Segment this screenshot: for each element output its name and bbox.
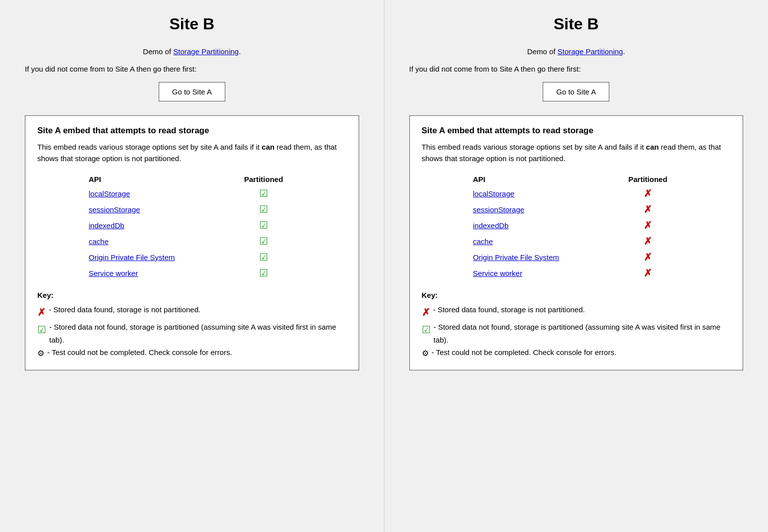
table-row: indexedDb ☑ [84, 217, 300, 233]
api-column-header: API [468, 173, 611, 185]
api-cell: Service worker [468, 265, 611, 281]
api-link-service-worker[interactable]: Service worker [473, 269, 522, 277]
embed-description: This embed reads various storage options… [37, 142, 347, 164]
key-warning-icon: ⚙ [422, 347, 429, 360]
key-list: ✗ - Stored data found, storage is not pa… [422, 303, 731, 360]
api-link-indexeddb[interactable]: indexedDb [473, 221, 509, 230]
storage-table: API Partitioned localStorage ☑ sessionSt… [84, 173, 300, 281]
key-cross-icon: ✗ [37, 304, 46, 321]
status-cell: ✗ [611, 217, 684, 233]
emphasis-can: can [646, 143, 659, 151]
api-cell: sessionStorage [84, 201, 227, 217]
status-cell: ✗ [611, 265, 684, 281]
panel-title: Site B [25, 15, 359, 33]
partitioned-column-header: Partitioned [611, 173, 684, 185]
status-cell: ☑ [227, 185, 300, 201]
cross-icon: ✗ [644, 204, 652, 215]
key-item-text: - Stored data found, storage is not part… [433, 303, 731, 316]
emphasis-can: can [262, 143, 275, 151]
key-item: ☑ - Stored data not found, storage is pa… [422, 321, 731, 346]
table-row: Origin Private File System ✗ [468, 249, 684, 265]
demo-text: Demo of [527, 47, 558, 56]
api-cell: Origin Private File System [468, 249, 611, 265]
api-link-localstorage[interactable]: localStorage [473, 189, 514, 198]
status-cell: ☑ [227, 201, 300, 217]
status-cell: ✗ [611, 233, 684, 249]
demo-line: Demo of Storage Partitioning. [25, 47, 359, 56]
api-column-header: API [84, 173, 227, 185]
storage-partitioning-link[interactable]: Storage Partitioning [173, 47, 239, 56]
api-link-service-worker[interactable]: Service worker [89, 269, 138, 277]
table-row: sessionStorage ✗ [468, 201, 684, 217]
cross-icon: ✗ [644, 220, 652, 231]
key-check-icon: ☑ [37, 321, 46, 338]
api-cell: indexedDb [84, 217, 227, 233]
key-title: Key: [37, 291, 347, 299]
embed-title: Site A embed that attempts to read stora… [422, 126, 731, 136]
key-item: ☑ - Stored data not found, storage is pa… [37, 321, 347, 346]
api-cell: cache [468, 233, 611, 249]
status-cell: ☑ [227, 265, 300, 281]
demo-text: Demo of [143, 47, 173, 56]
api-link-localstorage[interactable]: localStorage [89, 189, 130, 198]
key-item: ⚙ - Test could not be completed. Check c… [37, 346, 347, 360]
key-section: Key: ✗ - Stored data found, storage is n… [422, 291, 731, 360]
table-row: localStorage ✗ [468, 185, 684, 201]
check-icon: ☑ [259, 188, 268, 199]
cross-icon: ✗ [644, 188, 652, 199]
goto-site-a-button[interactable]: Go to Site A [159, 82, 225, 101]
key-item-text: - Stored data not found, storage is part… [49, 321, 347, 346]
api-cell: indexedDb [468, 217, 611, 233]
table-row: Origin Private File System ☑ [84, 249, 300, 265]
api-link-sessionstorage[interactable]: sessionStorage [473, 205, 524, 214]
key-section: Key: ✗ - Stored data found, storage is n… [37, 291, 347, 360]
panel-left: Site B Demo of Storage Partitioning. If … [0, 0, 384, 532]
cross-icon: ✗ [644, 236, 652, 247]
embed-title: Site A embed that attempts to read stora… [37, 126, 347, 136]
api-cell: localStorage [84, 185, 227, 201]
api-cell: cache [84, 233, 227, 249]
partitioned-column-header: Partitioned [227, 173, 300, 185]
table-row: cache ☑ [84, 233, 300, 249]
api-link-origin-private-file-system[interactable]: Origin Private File System [473, 253, 559, 262]
demo-period: . [239, 47, 241, 56]
embed-box: Site A embed that attempts to read stora… [25, 115, 359, 370]
table-row: sessionStorage ☑ [84, 201, 300, 217]
table-row: cache ✗ [468, 233, 684, 249]
key-title: Key: [422, 291, 731, 299]
status-cell: ☑ [227, 249, 300, 265]
api-link-cache[interactable]: cache [473, 237, 493, 246]
key-item-text: - Test could not be completed. Check con… [47, 346, 347, 359]
api-link-sessionstorage[interactable]: sessionStorage [89, 205, 140, 214]
table-header-row: API Partitioned [84, 173, 300, 185]
key-list: ✗ - Stored data found, storage is not pa… [37, 303, 347, 360]
storage-partitioning-link[interactable]: Storage Partitioning [558, 47, 623, 56]
table-row: Service worker ☑ [84, 265, 300, 281]
status-cell: ✗ [611, 249, 684, 265]
table-row: localStorage ☑ [84, 185, 300, 201]
key-item-text: - Test could not be completed. Check con… [432, 346, 731, 359]
api-link-cache[interactable]: cache [89, 237, 108, 246]
goto-btn-wrapper: Go to Site A [25, 82, 359, 101]
goto-site-a-button[interactable]: Go to Site A [543, 82, 609, 101]
api-link-origin-private-file-system[interactable]: Origin Private File System [89, 253, 175, 262]
api-link-indexeddb[interactable]: indexedDb [89, 221, 124, 230]
table-header-row: API Partitioned [468, 173, 684, 185]
status-cell: ✗ [611, 201, 684, 217]
key-item: ✗ - Stored data found, storage is not pa… [422, 303, 731, 321]
demo-line: Demo of Storage Partitioning. [409, 47, 744, 56]
cross-icon: ✗ [644, 252, 652, 263]
key-item-text: - Stored data not found, storage is part… [434, 321, 731, 346]
status-cell: ✗ [611, 185, 684, 201]
key-check-icon: ☑ [422, 321, 431, 338]
api-cell: localStorage [468, 185, 611, 201]
cross-icon: ✗ [644, 267, 652, 278]
api-cell: Origin Private File System [84, 249, 227, 265]
check-icon: ☑ [259, 252, 268, 263]
table-row: indexedDb ✗ [468, 217, 684, 233]
key-cross-icon: ✗ [422, 304, 430, 321]
table-row: Service worker ✗ [468, 265, 684, 281]
demo-period: . [623, 47, 625, 56]
key-warning-icon: ⚙ [37, 347, 44, 360]
panel-right: Site B Demo of Storage Partitioning. If … [384, 0, 768, 532]
